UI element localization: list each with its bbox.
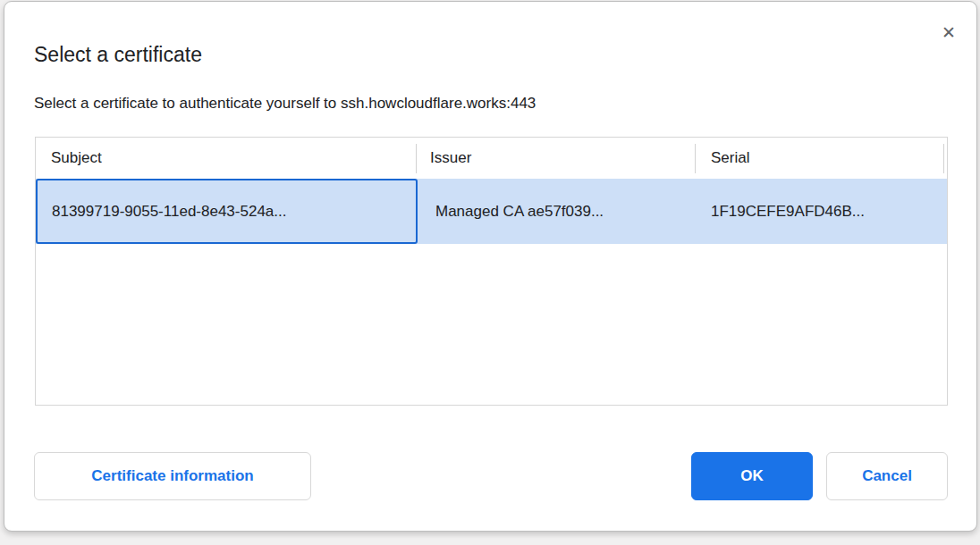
dialog-title: Select a certificate — [34, 41, 202, 68]
certificate-serial-cell: 1F19CEFE9AFD46B... — [711, 179, 943, 244]
column-header-serial: Serial — [711, 138, 749, 179]
certificate-information-button[interactable]: Certificate information — [34, 452, 311, 500]
ok-button[interactable]: OK — [691, 452, 813, 500]
column-divider — [416, 144, 417, 173]
certificate-table: Subject Issuer Serial 81399719-9055-11ed… — [35, 137, 948, 406]
column-header-subject: Subject — [51, 138, 102, 179]
close-button[interactable]: ✕ — [934, 18, 963, 46]
column-divider — [943, 144, 944, 173]
certificate-subject-cell: 81399719-9055-11ed-8e43-524a... — [36, 179, 418, 244]
certificate-issuer-cell: Managed CA ae57f039... — [435, 179, 690, 244]
screen-background: Select a certificate ✕ Select a certific… — [0, 0, 980, 545]
dialog-subtitle: Select a certificate to authenticate you… — [34, 93, 536, 114]
select-certificate-dialog: Select a certificate ✕ Select a certific… — [4, 1, 977, 532]
close-icon: ✕ — [942, 24, 956, 41]
table-header-row: Subject Issuer Serial — [36, 138, 947, 179]
column-divider — [695, 144, 696, 173]
cancel-button[interactable]: Cancel — [826, 452, 948, 500]
certificate-row[interactable]: 81399719-9055-11ed-8e43-524a... Managed … — [36, 179, 947, 244]
column-header-issuer: Issuer — [430, 138, 471, 179]
